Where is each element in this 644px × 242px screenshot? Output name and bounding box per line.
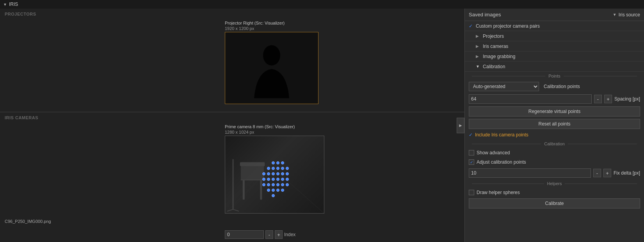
adjust-calibration-label: Adjust calibration points <box>477 159 526 165</box>
projector-image-wrapper: Projector Right (Src: Visualizer) 1920 x… <box>225 20 318 104</box>
menu-item-projectors[interactable]: ▶ Projectors <box>465 31 644 41</box>
dot <box>272 161 275 164</box>
svg-rect-6 <box>241 165 264 180</box>
regenerate-button[interactable]: Regenerate virtual points <box>469 106 640 117</box>
adjust-calibration-row[interactable]: Adjust calibration points <box>465 157 644 167</box>
calibration-menu-label: Calibration <box>483 64 505 69</box>
dot <box>281 161 284 164</box>
right-panel: Saved images ▼ Iris source ✓ Custom proj… <box>464 9 644 242</box>
iris-source-area[interactable]: ▼ Iris source <box>613 12 640 18</box>
dot <box>281 178 284 181</box>
points-label: Points <box>548 74 560 78</box>
main-layout: PROJECTORS Projector Right (Src: Visuali… <box>0 9 644 242</box>
calibration-divider: Calibration <box>465 140 644 148</box>
projector-image-title: Projector Right (Src: Visualizer) <box>225 21 285 25</box>
expand-arrow[interactable]: ► <box>457 118 464 133</box>
saved-images-title: Saved images <box>469 12 501 18</box>
projectors-section: PROJECTORS Projector Right (Src: Visuali… <box>0 9 464 112</box>
show-advanced-label: Show advanced <box>477 150 510 155</box>
expand-icon-calibration: ▼ <box>476 64 481 69</box>
spacing-increment-button[interactable]: + <box>604 95 612 103</box>
draw-helper-spheres-checkbox[interactable] <box>469 190 474 195</box>
fix-delta-input[interactable] <box>469 168 591 178</box>
menu-item-calibration[interactable]: ▼ Calibration <box>465 62 644 72</box>
fix-delta-label: Fix delta [px] <box>614 170 640 176</box>
silhouette-svg <box>250 44 293 98</box>
title-bar: ▼ IRIS <box>0 0 644 9</box>
dot <box>276 172 279 175</box>
calibration-points-row: Auto-generated Calibration points <box>465 80 644 93</box>
projectors-label: PROJECTORS <box>0 9 464 18</box>
spacing-input[interactable] <box>469 94 592 104</box>
dot <box>281 167 284 170</box>
dot <box>262 183 265 186</box>
auto-generated-select[interactable]: Auto-generated <box>469 82 539 91</box>
camera-image-title: Prime camera 8 mm (Src: Visualizer) <box>225 124 295 129</box>
include-iris-points-row[interactable]: ✓ Include Iris camera points <box>465 130 644 140</box>
expand-icon-iris-cameras: ▶ <box>476 44 481 48</box>
file-info-bar: C96_P250_IMG000.png <box>0 218 464 224</box>
menu-item-image-grabbing[interactable]: ▶ Image grabbing <box>465 51 644 62</box>
dot <box>262 172 265 175</box>
custom-pairs-label: Custom projector camera pairs <box>476 23 540 29</box>
projector-image <box>225 32 318 104</box>
dot <box>276 178 279 181</box>
svg-point-0 <box>263 45 280 65</box>
regenerate-container: Regenerate virtual points <box>465 105 644 118</box>
fix-delta-increment-button[interactable]: + <box>603 169 611 177</box>
dot <box>276 161 279 164</box>
spacing-row: - + Spacing [px] <box>465 93 644 105</box>
app-title: IRIS <box>9 2 18 7</box>
menu-item-custom-pairs[interactable]: ✓ Custom projector camera pairs <box>465 21 644 31</box>
svg-rect-5 <box>260 180 262 200</box>
menu-item-iris-cameras[interactable]: ▶ Iris cameras <box>465 41 644 51</box>
calibrate-button[interactable]: Calibrate <box>469 198 640 208</box>
adjust-calibration-checkbox[interactable] <box>469 159 474 165</box>
dot <box>286 178 289 181</box>
projectors-menu-label: Projectors <box>483 34 504 39</box>
dot <box>281 183 284 186</box>
calibrate-container: Calibrate <box>465 197 644 210</box>
reset-container: Reset all points <box>465 118 644 130</box>
right-header: Saved images ▼ Iris source <box>465 9 644 21</box>
dot <box>267 189 270 192</box>
camera-image-dims: 1280 x 1024 px <box>225 130 254 134</box>
check-icon-custom-pairs: ✓ <box>469 23 476 29</box>
dot <box>267 167 270 170</box>
draw-helper-spheres-row[interactable]: Draw helper spheres <box>465 188 644 197</box>
expand-icon-projectors: ▶ <box>476 34 481 38</box>
helpers-divider: Helpers <box>465 179 644 188</box>
dot <box>272 183 275 186</box>
fix-delta-decrement-button[interactable]: - <box>593 169 601 177</box>
dot <box>276 183 279 186</box>
include-iris-points-label[interactable]: Include Iris camera points <box>475 132 528 138</box>
camera-image <box>225 136 324 214</box>
svg-line-10 <box>233 209 239 211</box>
dot <box>272 167 275 170</box>
cameras-section: IRIS CAMERAS Prime camera 8 mm (Src: Vis… <box>0 112 464 242</box>
cameras-label: IRIS CAMERAS <box>0 112 464 122</box>
expand-icon-image-grabbing: ▶ <box>476 54 481 58</box>
camera-image-wrapper: Prime camera 8 mm (Src: Visualizer) 1280… <box>225 124 324 214</box>
svg-line-2 <box>272 167 324 213</box>
include-iris-check-icon: ✓ <box>469 132 473 138</box>
index-increment-button[interactable]: + <box>275 230 283 239</box>
points-divider: Points <box>465 72 644 80</box>
show-advanced-row[interactable]: Show advanced <box>465 148 644 157</box>
dot <box>267 172 270 175</box>
dot <box>276 189 279 192</box>
spacing-label: Spacing [px] <box>614 96 640 102</box>
reset-button[interactable]: Reset all points <box>469 119 640 129</box>
show-advanced-checkbox[interactable] <box>469 150 474 155</box>
spacing-decrement-button[interactable]: - <box>594 95 602 103</box>
dot <box>286 183 289 186</box>
title-icon: ▼ <box>3 2 7 7</box>
index-decrement-button[interactable]: - <box>265 230 273 239</box>
dot <box>262 178 265 181</box>
iris-cameras-menu-label: Iris cameras <box>483 44 508 49</box>
index-label: Index <box>284 232 295 237</box>
dot <box>272 189 275 192</box>
dot <box>267 183 270 186</box>
index-input[interactable] <box>225 230 264 239</box>
index-bar: - + Index <box>225 230 295 239</box>
